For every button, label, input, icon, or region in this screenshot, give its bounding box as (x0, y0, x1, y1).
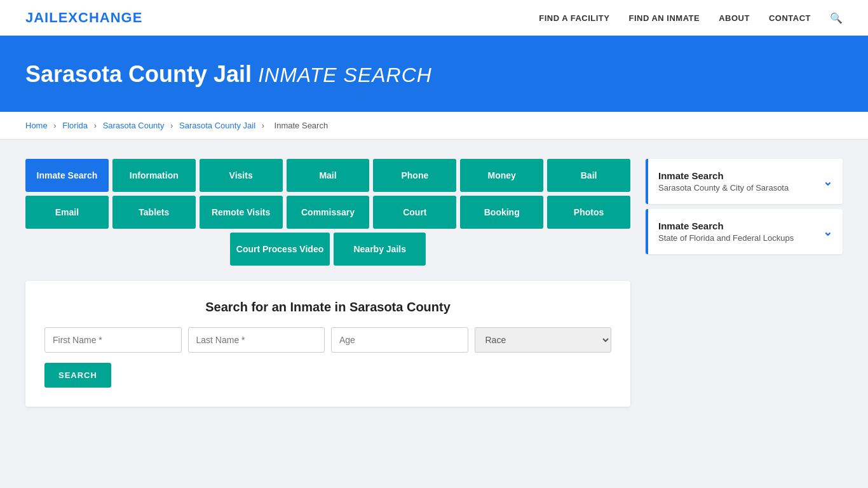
btn-nearby-jails[interactable]: Nearby Jails (334, 233, 426, 266)
race-select[interactable]: Race White Black Hispanic Asian Other (475, 327, 612, 353)
sidebar-card-1-title: Inmate Search (658, 170, 789, 181)
btn-phone[interactable]: Phone (373, 159, 456, 192)
search-fields: Race White Black Hispanic Asian Other (44, 327, 611, 353)
nav-find-inmate[interactable]: FIND AN INMATE (628, 13, 700, 23)
hero-banner: Sarasota County Jail INMATE SEARCH (0, 37, 868, 112)
btn-court[interactable]: Court (373, 196, 456, 229)
age-input[interactable] (331, 327, 468, 353)
chevron-down-icon-2: ⌄ (823, 225, 832, 239)
sidebar-card-2-subtitle: State of Florida and Federal Lockups (658, 233, 794, 243)
btn-commissary[interactable]: Commissary (287, 196, 370, 229)
nav-row-3: Court Process Video Nearby Jails (25, 233, 630, 266)
sidebar-card-2: Inmate Search State of Florida and Feder… (646, 209, 843, 254)
left-column: Inmate Search Information Visits Mail Ph… (25, 159, 630, 407)
breadcrumb-jail[interactable]: Sarasota County Jail (179, 121, 255, 130)
btn-visits[interactable]: Visits (200, 159, 283, 192)
nav-row-2: Email Tablets Remote Visits Commissary C… (25, 196, 630, 229)
search-icon[interactable]: 🔍 (830, 12, 843, 24)
breadcrumb-florida[interactable]: Florida (62, 121, 88, 130)
nav-find-facility[interactable]: FIND A FACILITY (539, 13, 609, 23)
btn-money[interactable]: Money (460, 159, 543, 192)
breadcrumb: Home › Florida › Sarasota County › Saras… (0, 112, 868, 140)
main-nav: FIND A FACILITY FIND AN INMATE ABOUT CON… (539, 12, 843, 24)
btn-photos[interactable]: Photos (547, 196, 630, 229)
nav-row-1: Inmate Search Information Visits Mail Ph… (25, 159, 630, 192)
sidebar-card-2-content[interactable]: Inmate Search State of Florida and Feder… (648, 209, 843, 254)
first-name-input[interactable] (44, 327, 182, 353)
sidebar-card-1-subtitle: Sarasota County & City of Sarasota (658, 183, 789, 193)
inmate-search-panel: Search for an Inmate in Sarasota County … (25, 281, 630, 407)
last-name-input[interactable] (188, 327, 325, 353)
hero-title-main: Sarasota County Jail (25, 61, 252, 87)
logo-highlight: EXCHANGE (58, 10, 143, 25)
page-title: Sarasota County Jail INMATE SEARCH (25, 61, 843, 88)
btn-inmate-search[interactable]: Inmate Search (25, 159, 109, 192)
right-sidebar: Inmate Search Sarasota County & City of … (646, 159, 843, 407)
sidebar-card-1-content[interactable]: Inmate Search Sarasota County & City of … (648, 159, 843, 204)
btn-bail[interactable]: Bail (547, 159, 630, 192)
search-panel-title: Search for an Inmate in Sarasota County (44, 300, 611, 315)
logo[interactable]: JAILEXCHANGE (25, 10, 142, 26)
sidebar-card-2-title: Inmate Search (658, 220, 794, 231)
nav-buttons-grid: Inmate Search Information Visits Mail Ph… (25, 159, 630, 266)
btn-mail[interactable]: Mail (287, 159, 370, 192)
btn-court-process-video[interactable]: Court Process Video (230, 233, 330, 266)
btn-tablets[interactable]: Tablets (112, 196, 196, 229)
chevron-down-icon-1: ⌄ (823, 175, 832, 189)
btn-email[interactable]: Email (25, 196, 109, 229)
breadcrumb-county[interactable]: Sarasota County (103, 121, 165, 130)
nav-about[interactable]: ABOUT (719, 13, 750, 23)
breadcrumb-home[interactable]: Home (25, 121, 48, 130)
logo-part1: JAIL (25, 10, 58, 25)
nav-contact[interactable]: CONTACT (769, 13, 811, 23)
btn-booking[interactable]: Booking (460, 196, 543, 229)
search-button[interactable]: SEARCH (44, 363, 111, 388)
sidebar-card-1: Inmate Search Sarasota County & City of … (646, 159, 843, 204)
btn-information[interactable]: Information (112, 159, 196, 192)
hero-title-italic: INMATE SEARCH (258, 64, 432, 86)
btn-remote-visits[interactable]: Remote Visits (200, 196, 283, 229)
header: JAILEXCHANGE FIND A FACILITY FIND AN INM… (0, 0, 868, 37)
main-content: Inmate Search Information Visits Mail Ph… (0, 140, 868, 426)
breadcrumb-current: Inmate Search (275, 121, 329, 130)
